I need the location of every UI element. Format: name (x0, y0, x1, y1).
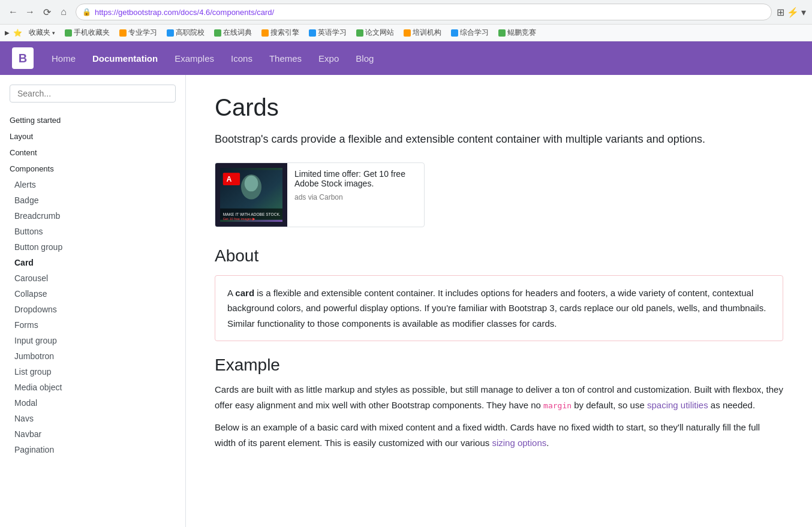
sidebar-item-media-object[interactable]: Media object (0, 380, 185, 395)
browser-chrome: ← → ⟳ ⌂ 🔒 https://getbootstrap.com/docs/… (0, 0, 812, 25)
sidebar-item-layout[interactable]: Layout (0, 128, 185, 144)
sidebar-item-getting-started[interactable]: Getting started (0, 112, 185, 128)
sidebar-item-pagination[interactable]: Pagination (0, 442, 185, 457)
grid-icon[interactable]: ⊞ (777, 7, 784, 18)
sidebar-item-card[interactable]: Card (0, 255, 185, 270)
ad-via: ads via Carbon (294, 193, 417, 201)
nav-themes[interactable]: Themes (261, 41, 310, 75)
ad-title: Limited time offer: Get 10 free Adobe St… (294, 169, 417, 188)
bookmark-icon (356, 29, 363, 37)
address-bar[interactable]: 🔒 https://getbootstrap.com/docs/4.6/comp… (76, 4, 772, 20)
bookmark-icon (119, 29, 127, 37)
bookmark-label: 鲲鹏竞赛 (507, 28, 536, 38)
url-path: /docs/4.6/components/card/ (178, 8, 274, 17)
bookmark-icon (65, 29, 72, 37)
example-heading: Example (215, 356, 783, 375)
sizing-options-link[interactable]: sizing options (492, 438, 546, 448)
bookmark-label: 收藏夹 (29, 28, 50, 38)
ad-content: Limited time offer: Get 10 free Adobe St… (287, 163, 424, 227)
sidebar-item-carousel[interactable]: Carousel (0, 270, 185, 286)
bookmark-icon (404, 29, 411, 37)
bookmark-comprehensive[interactable]: 综合学习 (448, 26, 492, 39)
bookmark-icon (498, 29, 506, 37)
sidebar-item-components[interactable]: Components (0, 161, 185, 177)
sidebar-item-jumbotron[interactable]: Jumbotron (0, 348, 185, 364)
browser-toolbar: ⊞ ⚡ ▾ (777, 7, 806, 18)
sidebar-item-dropdowns[interactable]: Dropdowns (0, 302, 185, 317)
bookmark-search[interactable]: 搜索引擎 (258, 26, 302, 39)
about-bold-word: card (235, 288, 254, 298)
extensions-icon[interactable]: ⚡ (787, 7, 799, 18)
sidebar-item-collapse[interactable]: Collapse (0, 286, 185, 302)
chevron-down-icon: ▾ (52, 30, 55, 36)
about-text-after: is a flexible and extensible content con… (227, 288, 766, 329)
bookmark-paper[interactable]: 论文网站 (353, 26, 397, 39)
page-title: Cards (215, 94, 783, 121)
bookmark-label: 高职院校 (176, 28, 204, 38)
page-subtitle: Bootstrap's cards provide a flexible and… (215, 131, 783, 148)
example-para2: Below is an example of a basic card with… (215, 420, 783, 450)
sidebar-item-breadcrumb[interactable]: Breadcrumb (0, 208, 185, 224)
reload-button[interactable]: ⟳ (40, 5, 54, 19)
bookmark-icon (214, 29, 221, 37)
sidebar-item-list-group[interactable]: List group (0, 364, 185, 380)
about-heading: About (215, 246, 783, 266)
bookmark-label: 专业学习 (128, 28, 157, 38)
inline-code-margin: margin (543, 401, 572, 410)
browser-nav-buttons: ← → ⟳ ⌂ (6, 5, 71, 19)
bookmark-icon (309, 29, 316, 37)
nav-expo[interactable]: Expo (310, 41, 347, 75)
home-button[interactable]: ⌂ (56, 5, 71, 19)
menu-icon[interactable]: ▾ (801, 7, 806, 18)
back-button[interactable]: ← (6, 5, 20, 19)
svg-text:Get 10 free images ▶: Get 10 free images ▶ (223, 216, 256, 220)
sidebar-item-alerts[interactable]: Alerts (0, 177, 185, 192)
sidebar-item-navbar[interactable]: Navbar (0, 426, 185, 442)
bookmarks-chevron[interactable]: ▶ (5, 29, 10, 36)
bookmark-favorites[interactable]: 收藏夹 ▾ (26, 26, 58, 39)
bookmark-training[interactable]: 培训机构 (401, 26, 444, 39)
ad-box[interactable]: A MAKE IT WITH ADOBE STOCK. Get 10 free … (215, 162, 425, 227)
brand-logo[interactable]: B (12, 47, 34, 69)
nav-home[interactable]: Home (43, 41, 84, 75)
sidebar-item-buttons[interactable]: Buttons (0, 224, 185, 239)
example-para2-end: . (546, 438, 549, 448)
nav-documentation[interactable]: Documentation (84, 41, 166, 75)
bookmark-english[interactable]: 英语学习 (306, 26, 350, 39)
bookmark-competition[interactable]: 鲲鹏竞赛 (495, 26, 539, 39)
sidebar-item-modal[interactable]: Modal (0, 395, 185, 411)
bookmark-label: 在线词典 (223, 28, 252, 38)
ad-image-visual: A MAKE IT WITH ADOBE STOCK. Get 10 free … (220, 168, 282, 222)
sidebar-item-badge[interactable]: Badge (0, 192, 185, 208)
star-icon: ⭐ (13, 29, 22, 37)
main-content: Cards Bootstrap's cards provide a flexib… (186, 75, 812, 527)
search-input[interactable] (10, 85, 176, 103)
nav-icons[interactable]: Icons (222, 41, 261, 75)
bookmark-label: 培训机构 (413, 28, 441, 38)
bookmark-study[interactable]: 专业学习 (116, 26, 160, 39)
sidebar-item-content[interactable]: Content (0, 144, 185, 161)
about-text-before: A (227, 288, 235, 298)
example-para1: Cards are built with as little markup an… (215, 382, 783, 412)
forward-button[interactable]: → (23, 5, 37, 19)
url-display: https://getbootstrap.com/docs/4.6/compon… (95, 8, 274, 17)
nav-examples[interactable]: Examples (166, 41, 222, 75)
bookmark-college[interactable]: 高职院校 (164, 26, 207, 39)
sidebar-item-navs[interactable]: Navs (0, 411, 185, 426)
about-box: A card is a flexible and extensible cont… (215, 275, 783, 342)
nav-blog[interactable]: Blog (347, 41, 382, 75)
spacing-utilities-link[interactable]: spacing utilities (647, 400, 708, 410)
svg-text:MAKE IT WITH ADOBE STOCK.: MAKE IT WITH ADOBE STOCK. (223, 212, 281, 216)
bookmark-mobile[interactable]: 手机收藏夹 (62, 26, 113, 39)
example-para1-mid: by default, so use (572, 400, 647, 410)
bookmark-label: 手机收藏夹 (74, 28, 110, 38)
sidebar-item-button-group[interactable]: Button group (0, 239, 185, 255)
lock-icon: 🔒 (82, 8, 91, 16)
bookmark-dict[interactable]: 在线词典 (211, 26, 255, 39)
svg-text:A: A (226, 175, 231, 183)
bookmarks-bar: ▶ ⭐ 收藏夹 ▾ 手机收藏夹 专业学习 高职院校 在线词典 搜索引擎 英语学习… (0, 25, 812, 41)
bookmark-icon (261, 29, 269, 37)
sidebar-item-input-group[interactable]: Input group (0, 333, 185, 348)
sidebar-item-forms[interactable]: Forms (0, 317, 185, 333)
bookmark-icon (167, 29, 174, 37)
